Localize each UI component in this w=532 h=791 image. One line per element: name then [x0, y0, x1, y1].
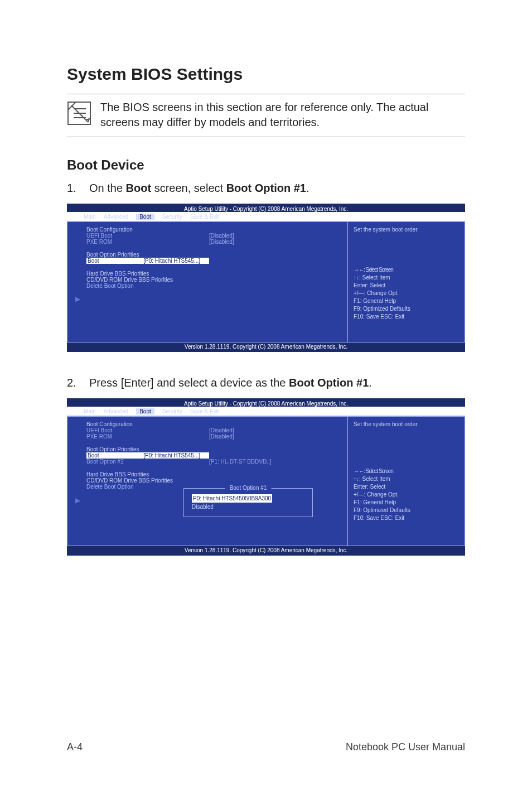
pxe-rom-label: PXE ROM [86, 239, 209, 245]
help2-l5: F1: General Help [354, 499, 459, 507]
help-l7: F10: Save ESC: Exit [354, 313, 459, 321]
bios-right-panel-1: Set the system boot order. →←: Select Sc… [348, 221, 465, 343]
bios-body-2: Boot Configuration UEFI Boot[Disabled] P… [67, 416, 465, 546]
help-l4: +/—: Change Opt. [354, 290, 459, 297]
step-2-bold-1: Boot Option #1 [289, 377, 369, 389]
bios-footer-2: Version 1.28.1119. Copyright (C) 2008 Am… [67, 546, 465, 556]
boot-option-2-value: [P1: HL-DT-ST BDDVD..] [209, 459, 272, 465]
bios-tab-security: Security [162, 214, 182, 220]
boot-priorities-heading-2: Boot Option Priorities [86, 446, 342, 452]
bios-header-2: Aptio Setup Utility - Copyright (C) 2008… [67, 398, 465, 407]
step-1-number: 1. [67, 181, 89, 196]
boot-option-2-label: Boot Option #2 [86, 459, 209, 465]
uefi-boot-value: [Disabled] [209, 233, 234, 239]
hdd-bbs-priorities-2: Hard Drive BBS Priorities [86, 471, 342, 478]
bios-tab-main: Main [84, 214, 96, 220]
bios-help-desc-2: Set the system boot order. [354, 421, 459, 427]
uefi-boot-value-2: [Disabled] [209, 427, 234, 433]
pxe-rom-label-2: PXE ROM [86, 433, 209, 440]
step-1: 1. On the Boot screen, select Boot Optio… [67, 181, 465, 196]
bios-tab-main-2: Main [84, 408, 96, 414]
step-2-number: 2. [67, 375, 89, 390]
manual-title: Notebook PC User Manual [346, 741, 465, 753]
boot-config-heading-2: Boot Configuration [86, 421, 342, 427]
popup-title: Boot Option #1 [225, 485, 272, 491]
help-l5: F1: General Help [354, 297, 459, 305]
help-l3: Enter: Select [354, 282, 459, 290]
bios-tab-boot-2: Boot [136, 408, 154, 414]
bios-left-panel-1: Boot Configuration UEFI Boot[Disabled] P… [67, 221, 348, 343]
bios-body-1: Boot Configuration UEFI Boot[Disabled] P… [67, 221, 465, 343]
help2-l2: ↑↓: Select Item [354, 475, 459, 483]
uefi-boot-label: UEFI Boot [86, 233, 209, 239]
bios-right-panel-2: Set the system boot order. →←: Select Sc… [348, 416, 465, 546]
bios-tab-security-2: Security [162, 408, 182, 414]
note-text: The BIOS screens in this section are for… [100, 100, 465, 130]
step-2: 2. Press [Enter] and select a device as … [67, 375, 465, 390]
help-l1: →←: Select Screen [354, 266, 459, 274]
bios-tabs-2: Main Advanced Boot Security Save & Exit [67, 407, 465, 416]
help2-l3: Enter: Select [354, 483, 459, 491]
step-2-post: . [369, 377, 372, 389]
step-1-bold-1: Boot [126, 182, 152, 194]
note-icon [67, 101, 91, 126]
step-1-mid: screen, select [151, 182, 226, 194]
section-heading: System BIOS Settings [67, 65, 465, 84]
step-2-pre: Press [Enter] and select a device as the [89, 377, 289, 389]
bios-tab-save-exit: Save & Exit [190, 214, 219, 220]
delete-boot-option: ▶Delete Boot Option [86, 283, 342, 289]
caret-icon: ▶ [75, 296, 80, 302]
hdd-bbs-priorities: Hard Drive BBS Priorities [86, 271, 342, 277]
boot-option-1-value: [P0: Hitachi HTS545...] [99, 258, 201, 264]
help2-l4: +/—: Change Opt. [354, 491, 459, 499]
bios-tab-boot: Boot [136, 214, 154, 220]
pxe-rom-value-2: [Disabled] [209, 433, 234, 440]
bios-tab-advanced: Advanced [104, 214, 128, 220]
bios-footer-1: Version 1.28.1119. Copyright (C) 2008 Am… [67, 343, 465, 352]
page-number: A-4 [67, 741, 83, 753]
boot-config-heading: Boot Configuration [86, 226, 342, 233]
delete-boot-option-label: Delete Boot Option [86, 283, 134, 289]
help-l2: ↑↓: Select Item [354, 274, 459, 282]
help2-l1: →←: Select Screen [354, 467, 459, 475]
boot-option-popup: Boot Option #1 P0: Hitachi HTS545050B9A3… [183, 488, 313, 517]
cd-dvd-bbs-priorities: CD/DVD ROM Drive BBS Priorities [86, 277, 342, 283]
delete-boot-option-label-2: Delete Boot Option [86, 484, 134, 490]
cd-dvd-bbs-priorities-2: CD/DVD ROM Drive BBS Priorities [86, 478, 342, 484]
bios-left-panel-2: Boot Configuration UEFI Boot[Disabled] P… [67, 416, 348, 546]
bios-screenshot-1: Aptio Setup Utility - Copyright (C) 2008… [67, 204, 465, 352]
bios-screenshot-2: Aptio Setup Utility - Copyright (C) 2008… [67, 398, 465, 556]
boot-device-heading: Boot Device [67, 157, 465, 173]
bios-header-1: Aptio Setup Utility - Copyright (C) 2008… [67, 204, 465, 212]
help2-l6: F9: Optimized Defaults [354, 507, 459, 514]
boot-option-1-value-2: [P0: Hitachi HTS545...] [99, 452, 201, 459]
bios-tab-save-exit-2: Save & Exit [190, 408, 219, 414]
step-1-post: . [306, 182, 309, 194]
page-footer: A-4 Notebook PC User Manual [67, 741, 465, 753]
step-1-bold-2: Boot Option #1 [226, 182, 306, 194]
uefi-boot-label-2: UEFI Boot [86, 427, 209, 433]
help-l6: F9: Optimized Defaults [354, 305, 459, 313]
caret-icon-2: ▶ [75, 497, 80, 504]
bios-help-desc-1: Set the system boot order. [354, 226, 459, 233]
popup-item-disabled: Disabled [192, 503, 304, 511]
pxe-rom-value: [Disabled] [209, 239, 234, 245]
bios-tab-advanced-2: Advanced [104, 408, 128, 414]
note-block: The BIOS screens in this section are for… [67, 94, 465, 137]
step-2-text: Press [Enter] and select a device as the… [89, 375, 465, 390]
step-1-pre: On the [89, 182, 126, 194]
boot-priorities-heading: Boot Option Priorities [86, 252, 342, 258]
popup-item-selected: P0: Hitachi HTS545050B9A300 [192, 494, 272, 503]
step-1-text: On the Boot screen, select Boot Option #… [89, 181, 465, 196]
bios-tabs-1: Main Advanced Boot Security Save & Exit [67, 212, 465, 221]
help2-l7: F10: Save ESC: Exit [354, 514, 459, 522]
